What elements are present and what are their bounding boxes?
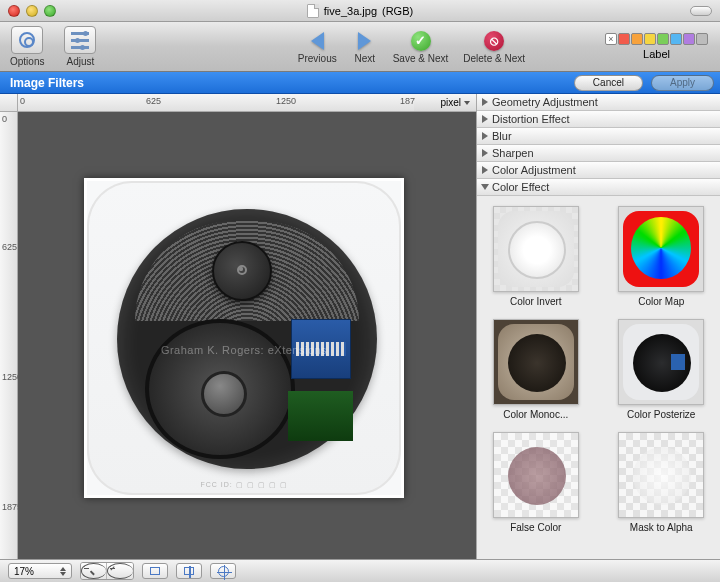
save-next-button[interactable]: ✓ Save & Next bbox=[393, 30, 449, 64]
image-preview: Graham K. Rogers: eXtensions FCC ID: ▢ ▢… bbox=[84, 178, 404, 498]
effect-map[interactable]: Color Map bbox=[618, 206, 704, 307]
arrow-left-icon bbox=[311, 32, 324, 50]
next-label: Next bbox=[354, 53, 375, 64]
filters-header: Image Filters Cancel Apply bbox=[0, 72, 720, 94]
wifi-antenna bbox=[212, 241, 272, 301]
filter-category[interactable]: Blur bbox=[477, 128, 720, 145]
fit-screen-button[interactable] bbox=[142, 563, 168, 579]
effect-mono[interactable]: Color Monoc... bbox=[493, 319, 579, 420]
titlebar: five_3a.jpg (RGB) bbox=[0, 0, 720, 22]
previous-button[interactable]: Previous bbox=[298, 30, 337, 64]
label-swatch[interactable] bbox=[631, 33, 643, 45]
chevron-down-icon bbox=[60, 572, 66, 576]
label-swatches: × Label bbox=[605, 33, 708, 60]
zoom-icon[interactable] bbox=[44, 5, 56, 17]
toolbar-toggle-button[interactable] bbox=[690, 6, 712, 16]
vertical-ruler: 0 625 1250 1875 bbox=[0, 112, 18, 559]
triangle-right-icon bbox=[482, 115, 488, 123]
adjust-label: Adjust bbox=[67, 56, 95, 67]
ruler-origin bbox=[0, 94, 18, 112]
triangle-down-icon bbox=[481, 184, 489, 190]
filter-category[interactable]: Color Effect bbox=[477, 179, 720, 196]
actual-size-button[interactable] bbox=[176, 563, 202, 579]
effect-thumbnail bbox=[493, 319, 579, 405]
filter-category[interactable]: Sharpen bbox=[477, 145, 720, 162]
hard-drive-platter bbox=[145, 319, 295, 459]
filter-panel: Geometry AdjustmentDistortion EffectBlur… bbox=[476, 94, 720, 559]
effect-label: False Color bbox=[510, 522, 561, 533]
label-swatch[interactable] bbox=[696, 33, 708, 45]
next-button[interactable]: Next bbox=[352, 30, 378, 64]
sliders-icon bbox=[71, 32, 89, 49]
filter-category[interactable]: Distortion Effect bbox=[477, 111, 720, 128]
effect-label: Color Posterize bbox=[627, 409, 695, 420]
zoom-out-icon bbox=[81, 563, 106, 579]
effect-label: Color Map bbox=[638, 296, 684, 307]
fit-icon bbox=[150, 567, 160, 575]
save-next-label: Save & Next bbox=[393, 53, 449, 64]
logic-board bbox=[288, 391, 353, 441]
label-swatch[interactable] bbox=[644, 33, 656, 45]
label-swatch[interactable] bbox=[670, 33, 682, 45]
chevron-up-icon bbox=[60, 567, 66, 571]
category-label: Distortion Effect bbox=[492, 113, 569, 125]
watermark-text: Graham K. Rogers: eXtensions bbox=[87, 344, 401, 356]
zoom-in-button[interactable] bbox=[107, 563, 133, 579]
horizontal-ruler: 0 625 1250 187 bbox=[18, 94, 414, 112]
category-label: Sharpen bbox=[492, 147, 534, 159]
triangle-right-icon bbox=[482, 98, 488, 106]
effect-label: Color Monoc... bbox=[503, 409, 568, 420]
options-button[interactable]: Options bbox=[10, 26, 44, 67]
minimize-icon[interactable] bbox=[26, 5, 38, 17]
gear-icon bbox=[19, 32, 35, 48]
effect-false[interactable]: False Color bbox=[493, 432, 579, 533]
filter-category[interactable]: Color Adjustment bbox=[477, 162, 720, 179]
cancel-button[interactable]: Cancel bbox=[574, 75, 643, 91]
window-title: five_3a.jpg (RGB) bbox=[0, 4, 720, 18]
zoom-out-button[interactable] bbox=[81, 563, 107, 579]
effect-thumbnail bbox=[493, 432, 579, 518]
center-button[interactable] bbox=[210, 563, 236, 579]
zoom-buttons bbox=[80, 562, 134, 580]
close-icon[interactable] bbox=[8, 5, 20, 17]
check-icon: ✓ bbox=[411, 31, 431, 51]
triangle-right-icon bbox=[482, 132, 488, 140]
chevron-down-icon bbox=[464, 101, 470, 105]
effect-thumbnail bbox=[618, 319, 704, 405]
triangle-right-icon bbox=[482, 166, 488, 174]
previous-label: Previous bbox=[298, 53, 337, 64]
label-swatch[interactable] bbox=[683, 33, 695, 45]
filename-label: five_3a.jpg bbox=[324, 5, 377, 17]
options-label: Options bbox=[10, 56, 44, 67]
effect-post[interactable]: Color Posterize bbox=[618, 319, 704, 420]
arrow-right-icon bbox=[358, 32, 371, 50]
effect-thumbnail bbox=[618, 206, 704, 292]
document-icon bbox=[307, 4, 319, 18]
zoom-in-icon bbox=[107, 563, 133, 579]
wifi-icon bbox=[237, 265, 247, 275]
effect-label: Mask to Alpha bbox=[630, 522, 693, 533]
effect-label: Color Invert bbox=[510, 296, 562, 307]
prohibit-icon: ⦸ bbox=[484, 31, 504, 51]
category-label: Geometry Adjustment bbox=[492, 96, 598, 108]
category-label: Blur bbox=[492, 130, 512, 142]
label-swatch[interactable]: × bbox=[605, 33, 617, 45]
delete-next-button[interactable]: ⦸ Delete & Next bbox=[463, 30, 525, 64]
label-swatch[interactable] bbox=[618, 33, 630, 45]
category-label: Color Adjustment bbox=[492, 164, 576, 176]
filter-category[interactable]: Geometry Adjustment bbox=[477, 94, 720, 111]
effect-invert[interactable]: Color Invert bbox=[493, 206, 579, 307]
adjust-button[interactable]: Adjust bbox=[64, 26, 96, 67]
compliance-text: FCC ID: ▢ ▢ ▢ ▢ ▢ bbox=[87, 481, 401, 489]
ruler-unit-selector[interactable]: pixel bbox=[414, 94, 476, 112]
effect-mask[interactable]: Mask to Alpha bbox=[618, 432, 704, 533]
zoom-select[interactable]: 17% bbox=[8, 563, 72, 579]
status-bar: 17% bbox=[0, 559, 720, 582]
window-controls bbox=[8, 5, 56, 17]
canvas-area[interactable]: Graham K. Rogers: eXtensions FCC ID: ▢ ▢… bbox=[18, 112, 476, 559]
label-swatch[interactable] bbox=[657, 33, 669, 45]
effect-thumbnail bbox=[618, 432, 704, 518]
category-label: Color Effect bbox=[492, 181, 549, 193]
toolbar: Options Adjust Previous Next ✓ Save & Ne… bbox=[0, 22, 720, 72]
apply-button[interactable]: Apply bbox=[651, 75, 714, 91]
